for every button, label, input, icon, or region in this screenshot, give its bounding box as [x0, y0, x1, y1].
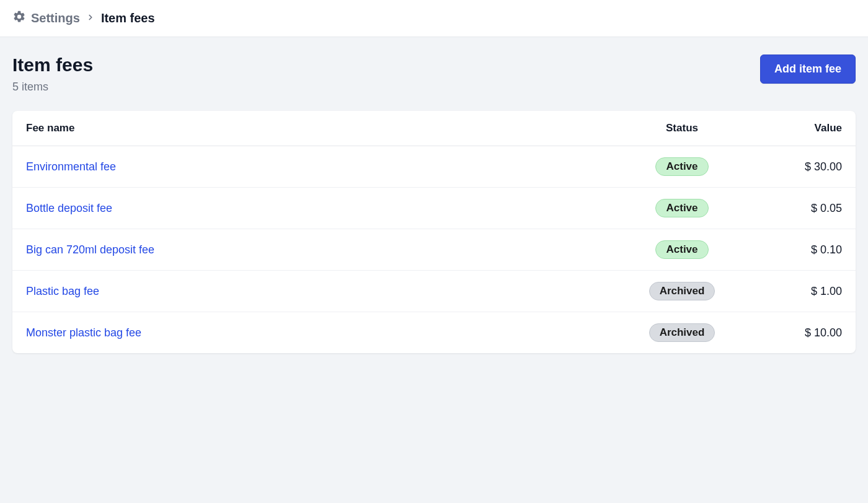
page-subtitle: 5 items — [12, 81, 93, 94]
cell-fee-name: Environmental fee — [12, 146, 620, 188]
breadcrumb-parent-label: Settings — [31, 11, 80, 25]
fee-name-link[interactable]: Environmental fee — [26, 160, 116, 173]
fee-name-link[interactable]: Plastic bag fee — [26, 285, 99, 297]
chevron-right-icon — [86, 13, 95, 24]
table-header-row: Fee name Status Value — [12, 111, 856, 146]
cell-status: Active — [620, 229, 744, 271]
cell-value: $ 10.00 — [744, 312, 856, 354]
fee-name-link[interactable]: Bottle deposit fee — [26, 202, 112, 214]
page-title: Item fees — [12, 55, 93, 76]
cell-fee-name: Big can 720ml deposit fee — [12, 229, 620, 271]
add-item-fee-button[interactable]: Add item fee — [760, 55, 856, 84]
breadcrumb-current-label: Item fees — [101, 11, 155, 25]
status-badge: Archived — [649, 282, 715, 300]
cell-value: $ 30.00 — [744, 146, 856, 188]
column-header-value: Value — [744, 111, 856, 146]
status-badge: Active — [655, 199, 708, 217]
column-header-status: Status — [620, 111, 744, 146]
table-row: Monster plastic bag feeArchived$ 10.00 — [12, 312, 856, 354]
table-row: Environmental feeActive$ 30.00 — [12, 146, 856, 188]
cell-value: $ 0.05 — [744, 188, 856, 229]
fee-name-link[interactable]: Monster plastic bag fee — [26, 326, 141, 339]
cell-value: $ 1.00 — [744, 271, 856, 312]
table-row: Bottle deposit feeActive$ 0.05 — [12, 188, 856, 229]
cell-status: Active — [620, 188, 744, 229]
cell-status: Active — [620, 146, 744, 188]
item-fees-table: Fee name Status Value Environmental feeA… — [12, 111, 856, 353]
table-row: Plastic bag feeArchived$ 1.00 — [12, 271, 856, 312]
page-header-left: Item fees 5 items — [12, 55, 93, 94]
cell-fee-name: Plastic bag fee — [12, 271, 620, 312]
item-fees-table-card: Fee name Status Value Environmental feeA… — [12, 111, 856, 353]
table-row: Big can 720ml deposit feeActive$ 0.10 — [12, 229, 856, 271]
status-badge: Active — [655, 157, 708, 176]
cell-status: Archived — [620, 312, 744, 354]
gear-icon — [12, 10, 26, 27]
status-badge: Archived — [649, 323, 715, 342]
cell-status: Archived — [620, 271, 744, 312]
breadcrumb-parent-link[interactable]: Settings — [12, 10, 80, 27]
page-header: Item fees 5 items Add item fee — [12, 55, 856, 94]
status-badge: Active — [655, 240, 708, 259]
cell-fee-name: Monster plastic bag fee — [12, 312, 620, 354]
fee-name-link[interactable]: Big can 720ml deposit fee — [26, 243, 154, 256]
cell-value: $ 0.10 — [744, 229, 856, 271]
breadcrumb: Settings Item fees — [0, 0, 868, 37]
column-header-name: Fee name — [12, 111, 620, 146]
main-content: Item fees 5 items Add item fee Fee name … — [0, 37, 868, 370]
cell-fee-name: Bottle deposit fee — [12, 188, 620, 229]
